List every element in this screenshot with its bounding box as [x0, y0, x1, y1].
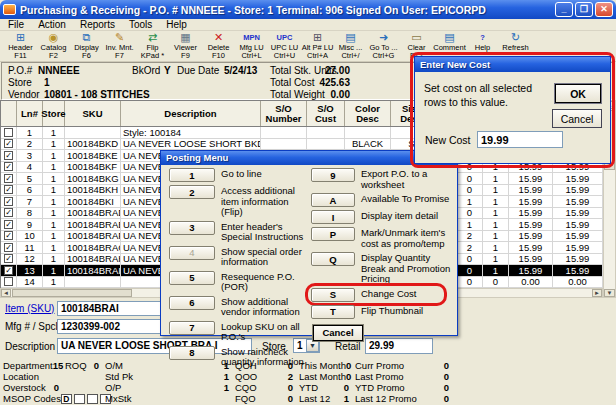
- scroll-right-arrow-icon[interactable]: ►: [592, 289, 602, 297]
- grid-cell: 100184BRAD: [65, 208, 121, 219]
- posting-key-1-button[interactable]: 1: [169, 168, 215, 182]
- posting-key-7-button[interactable]: 7: [169, 321, 215, 335]
- row-checkbox-checked[interactable]: ✓: [4, 208, 13, 217]
- ok-button[interactable]: OK: [555, 84, 601, 103]
- row-checkbox-checked[interactable]: ✓: [4, 185, 13, 194]
- restore-button[interactable]: ❐: [575, 2, 593, 17]
- grid-cell: 9: [17, 219, 43, 230]
- row-checkbox-cell[interactable]: ✓: [1, 265, 17, 276]
- posting-key-5-button[interactable]: 5: [169, 271, 215, 285]
- grid-cell: 1: [483, 265, 509, 276]
- menu-item-help[interactable]: Help: [160, 19, 193, 30]
- grid-header-6[interactable]: S/O Cust: [307, 101, 345, 126]
- row-checkbox-cell[interactable]: ✓: [1, 162, 17, 173]
- toolbar-flip-kpad-button[interactable]: ⇄FlipKPad *: [136, 31, 169, 61]
- menu-item-file[interactable]: File: [2, 19, 30, 30]
- row-checkbox-checked[interactable]: ✓: [4, 220, 13, 229]
- posting-key-4-label: Show special order information: [215, 246, 309, 268]
- posting-key-6-button[interactable]: 6: [169, 296, 215, 310]
- scroll-down-arrow-icon[interactable]: ▼: [604, 289, 615, 297]
- window-title: Purchasing & Receiving - P.O. # NNNEEE -…: [20, 4, 555, 16]
- row-checkbox-cell[interactable]: ✓: [1, 185, 17, 196]
- row-checkbox-cell[interactable]: ✓: [1, 231, 17, 242]
- grid-header-0[interactable]: [1, 101, 17, 126]
- grid-header-2[interactable]: Store: [43, 101, 65, 126]
- grid-cell: 15.99: [553, 242, 603, 253]
- toolbar-header-button[interactable]: ⊞HeaderF11: [4, 31, 37, 61]
- stat-label: O/M: [105, 360, 123, 371]
- row-checkbox-checked[interactable]: ✓: [4, 254, 13, 263]
- row-checkbox-cell[interactable]: ✓: [1, 173, 17, 184]
- row-checkbox-cell[interactable]: ✓: [1, 139, 17, 150]
- menu-item-action[interactable]: Action: [32, 19, 72, 30]
- grid-header-7[interactable]: Color Desc: [345, 101, 391, 126]
- posting-key-9-button[interactable]: 9: [311, 168, 355, 182]
- row-checkbox-checked[interactable]: ✓: [4, 139, 13, 148]
- stat-value: 0: [444, 360, 449, 371]
- row-checkbox-cell[interactable]: [1, 277, 17, 288]
- menu-item-tools[interactable]: Tools: [123, 19, 158, 30]
- posting-key-Q-button[interactable]: Q: [311, 252, 355, 266]
- title-bar: Purchasing & Receiving - P.O. # NNNEEE -…: [0, 0, 616, 19]
- grid-header-3[interactable]: SKU: [65, 101, 121, 126]
- posting-menu-entry-S: SChange Cost: [311, 288, 455, 302]
- cost-cancel-button[interactable]: Cancel: [552, 109, 602, 128]
- scroll-left-arrow-icon[interactable]: ◄: [1, 289, 11, 297]
- vendor-value: 10801 - 108 STITCHES: [44, 89, 150, 100]
- row-checkbox-cell[interactable]: ✓: [1, 208, 17, 219]
- toolbar-misc-button[interactable]: ▤Misc ...Ctrl+/: [334, 31, 367, 61]
- posting-key-P-button[interactable]: P: [311, 227, 355, 241]
- grid-cell: 11: [17, 242, 43, 253]
- row-checkbox-cell[interactable]: ✓: [1, 150, 17, 161]
- toolbar-delete-button[interactable]: ✕DeleteF10: [202, 31, 235, 61]
- toolbar-viewer-button[interactable]: ▦ViewerF9: [169, 31, 202, 61]
- posting-key-T-button[interactable]: T: [311, 305, 355, 319]
- item-sku-link[interactable]: Item (SKU): [5, 303, 54, 314]
- posting-key-2-label: Access additional item information (Flip…: [215, 185, 309, 218]
- toolbar-alt-pn-lu-button[interactable]: ⊞Alt P# LUCtrl+A: [301, 31, 334, 61]
- row-checkbox-cell[interactable]: [1, 127, 17, 138]
- toolbar-mfg-lu-button[interactable]: MPNMfg LUCtrl+L: [235, 31, 268, 61]
- toolbar-catalog-button[interactable]: ◉CatalogF2: [37, 31, 70, 61]
- toolbar-inv-mnt-button[interactable]: ✎Inv. Mnt.F7: [103, 31, 136, 61]
- grid-header-4[interactable]: Description: [121, 101, 261, 126]
- po-number-label: P.O.#: [8, 65, 32, 76]
- grid-cell: [261, 127, 307, 138]
- stat-cell: Std Pk1: [105, 371, 235, 382]
- new-cost-input[interactable]: [477, 131, 563, 148]
- row-checkbox-cell[interactable]: ✓: [1, 196, 17, 207]
- posting-key-8-button[interactable]: 8: [169, 346, 215, 360]
- row-checkbox[interactable]: [4, 128, 13, 137]
- menu-item-reports[interactable]: Reports: [74, 19, 121, 30]
- stat-label: ROQ: [65, 360, 87, 371]
- grid-header-1[interactable]: Ln#: [17, 101, 43, 126]
- row-checkbox-checked[interactable]: ✓: [4, 151, 13, 160]
- row-checkbox[interactable]: [4, 277, 13, 286]
- toolbar-goto-button[interactable]: ➜Go To ...Ctrl+G: [367, 31, 400, 61]
- grid-cell: 1: [43, 265, 65, 276]
- posting-key-3-button[interactable]: 3: [169, 221, 215, 235]
- row-checkbox-checked[interactable]: ✓: [4, 231, 13, 240]
- grid-cell: 1: [483, 254, 509, 265]
- grid-header-5[interactable]: S/O Number: [261, 101, 307, 126]
- row-checkbox-cell[interactable]: ✓: [1, 254, 17, 265]
- posting-key-S-button[interactable]: S: [311, 288, 355, 302]
- row-checkbox-checked[interactable]: ✓: [4, 266, 13, 275]
- posting-cancel-button[interactable]: Cancel: [313, 325, 363, 341]
- row-checkbox-checked[interactable]: ✓: [4, 197, 13, 206]
- stat-cell: [65, 393, 105, 404]
- minimize-button[interactable]: _: [555, 2, 573, 17]
- posting-key-A-button[interactable]: A: [311, 193, 355, 207]
- row-checkbox-cell[interactable]: ✓: [1, 219, 17, 230]
- close-button[interactable]: ✕: [595, 2, 613, 17]
- row-checkbox-cell[interactable]: ✓: [1, 242, 17, 253]
- toolbar-upc-lu-button[interactable]: UPCUPC LUCtrl+U: [268, 31, 301, 61]
- row-checkbox-checked[interactable]: ✓: [4, 243, 13, 252]
- posting-key-2-button[interactable]: 2: [169, 185, 215, 199]
- row-checkbox-checked[interactable]: ✓: [4, 174, 13, 183]
- toolbar-display-button[interactable]: ⧉DisplayF6: [70, 31, 103, 61]
- misc-label-2: Ctrl+/: [341, 52, 359, 60]
- row-checkbox-checked[interactable]: ✓: [4, 162, 13, 171]
- posting-key-I-button[interactable]: I: [311, 210, 355, 224]
- horizontal-scroll-thumb[interactable]: [12, 289, 132, 297]
